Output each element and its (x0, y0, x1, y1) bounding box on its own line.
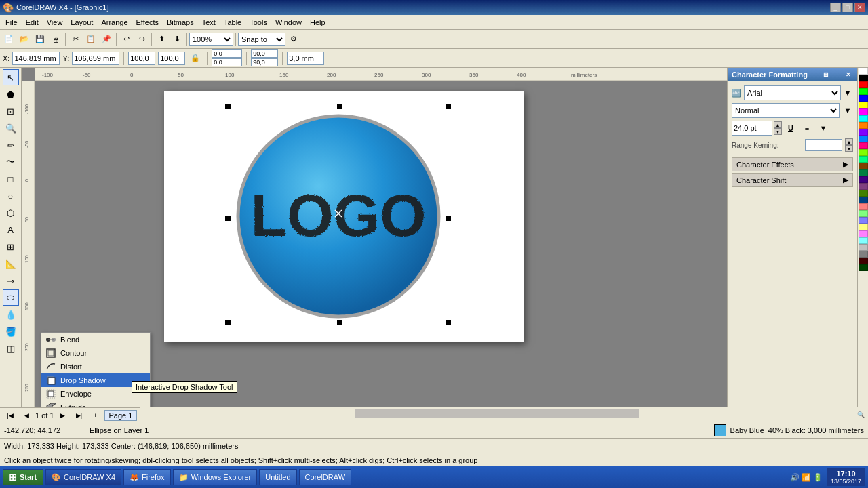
swatch-lt-green[interactable] (859, 210, 868, 217)
freehand-tool[interactable]: ✏ (3, 137, 19, 153)
menu-tools[interactable]: Tools (245, 17, 271, 28)
swatch-lt-blue2[interactable] (859, 217, 868, 224)
canvas-area[interactable]: -100 -50 0 50 100 150 200 250 300 350 40… (22, 68, 727, 407)
swatch-magenta[interactable] (859, 108, 868, 115)
open-button[interactable]: 📂 (17, 32, 32, 47)
menu-window[interactable]: Window (271, 17, 306, 28)
lock-ratio-button[interactable]: 🔒 (188, 51, 203, 66)
extrude-tool-item[interactable]: Extrude (41, 401, 150, 407)
menu-file[interactable]: File (1, 17, 22, 28)
page-label[interactable]: Page 1 (104, 410, 138, 421)
blend-tool-item[interactable]: Blend (41, 333, 150, 346)
size-input[interactable] (287, 52, 324, 65)
zoom-tool[interactable]: 🔍 (3, 120, 19, 136)
menu-text[interactable]: Text (198, 17, 220, 28)
snap-select[interactable]: Snap to (238, 33, 285, 46)
maximize-button[interactable]: □ (842, 3, 853, 12)
kerning-up-button[interactable]: ▲ (845, 138, 853, 145)
font-select[interactable]: Arial Times New Roman (744, 85, 841, 100)
swatch-lime[interactable] (859, 88, 868, 95)
taskbar-coreldraw[interactable]: 🎨 CorelDRAW X4 (45, 469, 121, 485)
eyedropper-tool[interactable]: 💧 (3, 306, 19, 323)
page-last-button[interactable]: ▶| (72, 408, 87, 423)
page-first-button[interactable]: |◀ (3, 408, 18, 423)
ellipse-tool[interactable]: ○ (3, 188, 19, 204)
rect-tool[interactable]: □ (3, 171, 19, 187)
swatch-purple[interactable] (859, 129, 868, 136)
print-button[interactable]: 🖨 (48, 32, 63, 47)
swatch-dark-red[interactable] (859, 258, 868, 264)
text-tool[interactable]: A (3, 222, 19, 238)
blend-tool[interactable]: ⬭ (3, 289, 19, 306)
more-align-button[interactable]: ▼ (816, 121, 831, 136)
style-browse-button[interactable]: ▼ (842, 103, 853, 118)
import-button[interactable]: ⬆ (154, 32, 169, 47)
fill-color-swatch[interactable] (714, 424, 726, 436)
menu-view[interactable]: View (43, 17, 67, 28)
minimize-button[interactable]: _ (830, 3, 841, 12)
swatch-lt-gray[interactable] (859, 244, 868, 251)
w-input[interactable] (128, 52, 155, 65)
kerning-down-button[interactable]: ▼ (845, 145, 853, 152)
cf-close-button[interactable]: ✕ (844, 70, 853, 79)
cf-minimize-button[interactable]: _ (833, 70, 842, 79)
save-button[interactable]: 💾 (33, 32, 47, 47)
copy-button[interactable]: 📋 (83, 32, 98, 47)
swatch-cyan[interactable] (859, 115, 868, 122)
select-tool[interactable]: ↖ (3, 69, 19, 85)
swatch-yellow[interactable] (859, 102, 868, 108)
swatch-ltblue[interactable] (859, 136, 868, 142)
polygon-tool[interactable]: ⬡ (3, 205, 19, 221)
new-button[interactable]: 📄 (1, 32, 16, 47)
kerning-input[interactable] (805, 139, 842, 151)
close-button[interactable]: ✕ (854, 3, 865, 12)
contour-tool-item[interactable]: Contour (41, 346, 150, 360)
redo-button[interactable]: ↪ (134, 32, 149, 47)
menu-effects[interactable]: Effects (132, 17, 163, 28)
snap-settings[interactable]: ⚙ (286, 32, 301, 47)
crop-tool[interactable]: ⊡ (3, 103, 19, 119)
menu-edit[interactable]: Edit (22, 17, 43, 28)
swatch-lt-magenta[interactable] (859, 230, 868, 237)
cf-popout-button[interactable]: ⊞ (821, 70, 831, 79)
size-input[interactable] (732, 121, 772, 136)
page-next-button[interactable]: ▶ (56, 408, 71, 423)
swatch-brown[interactable] (859, 163, 868, 169)
swatch-sea-green[interactable] (859, 156, 868, 163)
undo-button[interactable]: ↩ (119, 32, 134, 47)
angle-input[interactable] (212, 49, 242, 58)
export-button[interactable]: ⬇ (170, 32, 184, 47)
swatch-pink[interactable] (859, 142, 868, 149)
underline-button[interactable]: U (783, 121, 798, 136)
rot-h-input[interactable] (251, 49, 278, 58)
align-button[interactable]: ≡ (800, 121, 814, 136)
swatch-red[interactable] (859, 81, 868, 88)
menu-bitmaps[interactable]: Bitmaps (163, 17, 198, 28)
h-scrollbar[interactable] (140, 407, 853, 422)
interactive-fill-tool[interactable]: ◫ (3, 340, 19, 357)
swatch-yellow-green[interactable] (859, 149, 868, 156)
swatch-dark-green[interactable] (859, 169, 868, 176)
measure-tool[interactable]: 📐 (3, 256, 19, 272)
style-select[interactable]: Normal Bold Italic (732, 103, 840, 118)
swatch-olive[interactable] (859, 190, 868, 197)
shape-tool[interactable]: ⬟ (3, 86, 19, 102)
taskbar-explorer[interactable]: 📁 Windows Explorer (173, 469, 258, 485)
swatch-black[interactable] (859, 75, 868, 81)
h-scroll-thumb[interactable] (355, 409, 639, 418)
char-effects-header[interactable]: Character Effects ▶ (732, 158, 852, 171)
swatch-lt-yellow[interactable] (859, 224, 868, 230)
page-prev-button[interactable]: ◀ (19, 408, 34, 423)
swatch-dark-green2[interactable] (859, 264, 868, 271)
zoom-select[interactable]: 100% 75% 50% (189, 33, 233, 46)
h-input[interactable] (158, 52, 185, 65)
connector-tool[interactable]: ⊸ (3, 272, 19, 289)
fill-tool[interactable]: 🪣 (3, 323, 19, 340)
table-tool[interactable]: ⊞ (3, 239, 19, 255)
swatch-orange[interactable] (859, 122, 868, 129)
swatch-mauve[interactable] (859, 183, 868, 190)
taskbar-firefox[interactable]: 🦊 Firefox (123, 469, 171, 485)
smartdraw-tool[interactable]: 〜 (3, 154, 19, 170)
swatch-lt-pink[interactable] (859, 203, 868, 210)
swatch-white[interactable] (859, 68, 868, 75)
